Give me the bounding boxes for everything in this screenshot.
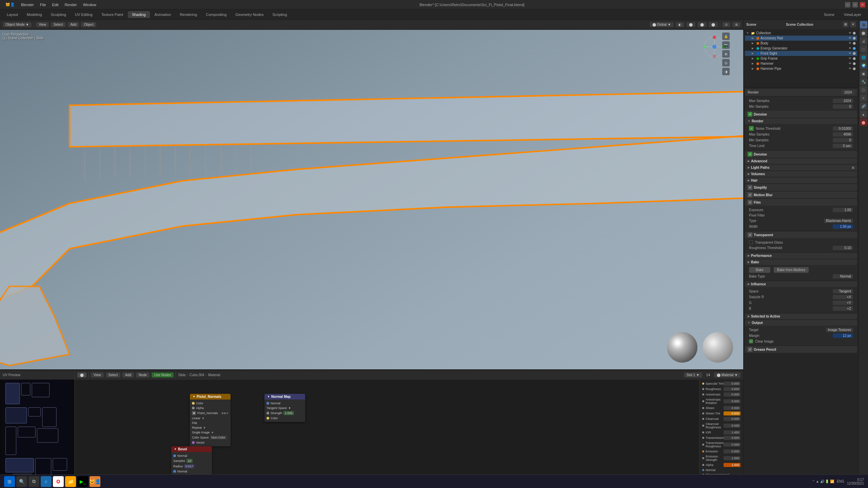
- space-val[interactable]: Tangent: [833, 289, 853, 293]
- bake-from-multires-button[interactable]: Bake from Multires: [774, 267, 809, 273]
- tab-rendering[interactable]: Rendering: [176, 11, 201, 18]
- chrome-icon[interactable]: ✪: [53, 476, 64, 487]
- selected-to-active-header[interactable]: ▶ Selected to Active: [745, 313, 857, 319]
- viewport-shading-4[interactable]: ⬤: [709, 22, 718, 27]
- color-space-val[interactable]: Non-Color: [210, 435, 227, 440]
- simplify-header[interactable]: ✓ Simplify: [745, 184, 857, 191]
- collection-render-icon[interactable]: ⬤: [853, 32, 856, 35]
- node-editor-body[interactable]: ▼ Pistol_Normals Color Alpha: [75, 380, 743, 488]
- transparent-header[interactable]: ✓ Transparent: [745, 231, 857, 238]
- film-header[interactable]: ✓ Film: [745, 199, 857, 206]
- material-dropdown[interactable]: ⬤ Material ▼: [714, 372, 741, 378]
- exposure-val[interactable]: 1.00: [833, 208, 853, 212]
- collection-accessory-rail[interactable]: ▶ Accessory Rail 👁 ⬤: [745, 36, 857, 41]
- samples-val[interactable]: 10: [186, 459, 193, 463]
- bake-section-header[interactable]: ▶ Bake: [745, 259, 857, 265]
- anisotropic-val[interactable]: 0.000: [724, 392, 741, 396]
- global-dropdown[interactable]: ⬤ Global ▼: [650, 22, 674, 27]
- swizzle-r-val[interactable]: +X: [833, 295, 853, 299]
- min-samples-field[interactable]: 0: [833, 104, 853, 109]
- node-view-menu[interactable]: View: [91, 372, 104, 378]
- collection-filter[interactable]: ⊞: [843, 22, 848, 27]
- lock-icon[interactable]: 🔒: [722, 33, 730, 40]
- collection-options[interactable]: ▼: [850, 22, 856, 27]
- clear-image-check[interactable]: ✓: [749, 339, 753, 343]
- g-val[interactable]: +Y: [833, 301, 853, 305]
- noise-threshold-toggle[interactable]: ✓: [749, 126, 754, 131]
- 3d-viewport[interactable]: User Perspective (1) Scene Collection | …: [0, 30, 743, 369]
- object-props-icon[interactable]: ▣: [860, 70, 867, 77]
- edit-menu[interactable]: File: [37, 2, 49, 8]
- node-pistol-normals[interactable]: ▼ Pistol_Normals Color Alpha: [190, 394, 231, 446]
- slot-dropdown[interactable]: Slot 1 ▼: [684, 372, 702, 378]
- viewport-shading-2[interactable]: ⬤: [686, 22, 695, 27]
- clrcoat-rough-val[interactable]: 0.030: [724, 424, 741, 428]
- collection-body[interactable]: ▶ Body 👁 ⬤: [745, 41, 857, 46]
- trans-rough-val[interactable]: 0.000: [724, 443, 741, 447]
- max-samples-field[interactable]: 1024: [833, 99, 853, 103]
- terminal-icon[interactable]: ▶_: [77, 476, 88, 487]
- emission-val[interactable]: 0.000: [724, 449, 741, 453]
- bake-type-val[interactable]: Normal: [833, 274, 853, 279]
- denoise2-header[interactable]: ✓ Denoise: [745, 151, 857, 158]
- tab-modeling[interactable]: Modeling: [23, 11, 46, 18]
- start-button[interactable]: ⊞: [4, 476, 15, 487]
- output-props-icon[interactable]: 🖨: [860, 37, 867, 45]
- transparent-toggle[interactable]: ✓: [748, 232, 752, 237]
- body-view[interactable]: 👁: [849, 42, 851, 45]
- breadcrumb-cube[interactable]: Cube.004: [190, 373, 204, 377]
- world-props-icon[interactable]: 🌍: [860, 62, 867, 69]
- performance-header[interactable]: ▶ Performance: [745, 253, 857, 259]
- tab-texture-paint[interactable]: Texture Paint: [97, 11, 127, 18]
- emission-str-val[interactable]: 1.000: [724, 456, 741, 460]
- node-add-menu[interactable]: Add: [122, 372, 134, 378]
- tab-shading[interactable]: Shading: [128, 11, 150, 18]
- filter-type-val[interactable]: Blackman-Harris: [824, 219, 853, 223]
- tab-scripting[interactable]: Scripting: [268, 11, 291, 18]
- scene-props-icon[interactable]: 🌐: [860, 54, 867, 61]
- b-val[interactable]: +Z: [833, 306, 853, 311]
- overlay-icon[interactable]: ◎: [722, 59, 730, 66]
- light-paths-header[interactable]: ▶ Light Paths ⊞: [745, 165, 857, 170]
- acc-view[interactable]: 👁: [849, 37, 851, 40]
- bake-button[interactable]: Bake: [749, 267, 770, 273]
- radius-val[interactable]: 0.017: [184, 464, 195, 468]
- tab-uv-editing[interactable]: UV Editing: [71, 11, 97, 18]
- close-button[interactable]: ✕: [860, 2, 865, 7]
- tab-animation[interactable]: Animation: [151, 11, 175, 18]
- viewport-shading-1[interactable]: ◐: [676, 22, 684, 27]
- collection-energy-gen[interactable]: ▶ Energy Generator 👁 ⬤: [745, 46, 857, 51]
- blender-taskbar-icon[interactable]: 🐱‍👤: [90, 476, 100, 487]
- taskview-button[interactable]: ⧉: [28, 476, 39, 487]
- tab-compositing[interactable]: Compositing: [202, 11, 231, 18]
- object-menu[interactable]: Object: [81, 22, 96, 27]
- render-menu[interactable]: Edit: [50, 2, 61, 8]
- simplify-toggle[interactable]: ✓: [748, 185, 752, 190]
- camera-icon[interactable]: 📷: [722, 41, 730, 49]
- acc-render[interactable]: ⬤: [853, 37, 856, 40]
- eg-render[interactable]: ⬤: [853, 47, 856, 50]
- hp-view[interactable]: 👁: [849, 67, 851, 70]
- collection-view-icon[interactable]: 👁: [849, 32, 851, 35]
- advanced-header[interactable]: ▶ Advanced: [745, 158, 857, 164]
- maximize-button[interactable]: □: [852, 2, 858, 7]
- node-editor-mode[interactable]: ⬤: [77, 372, 86, 378]
- tab-geometry-nodes[interactable]: Geometry Nodes: [231, 11, 268, 18]
- texture-icons[interactable]: ⊕⊗✕: [221, 412, 229, 415]
- gf-view[interactable]: 👁: [849, 57, 851, 60]
- data-props-icon[interactable]: ▲: [860, 110, 867, 118]
- collection-front-sight[interactable]: ▶ Front Sight 👁 ⬤: [745, 51, 857, 56]
- fs-render[interactable]: ⬤: [853, 52, 856, 55]
- node-select-menu[interactable]: Select: [106, 372, 121, 378]
- help-menu[interactable]: Window: [80, 2, 99, 8]
- collection-hammer-pipe[interactable]: ▶ Hammer Pipe 👁 ⬤: [745, 66, 857, 71]
- render-props-icon[interactable]: ⬤: [860, 29, 867, 37]
- tab-sculpting[interactable]: Sculpting: [47, 11, 70, 18]
- max-samples-val[interactable]: 1024: [842, 90, 854, 95]
- sheen-val[interactable]: 0.000: [724, 406, 741, 410]
- roughness-val[interactable]: 0.500: [724, 387, 741, 391]
- collection-hammer[interactable]: ▶ Hammer 👁 ⬤: [745, 61, 857, 66]
- tab-scene[interactable]: Scene: [820, 11, 839, 18]
- clearcoat-val[interactable]: 0.000: [724, 417, 741, 421]
- snap-toggle[interactable]: ⊙: [722, 22, 730, 27]
